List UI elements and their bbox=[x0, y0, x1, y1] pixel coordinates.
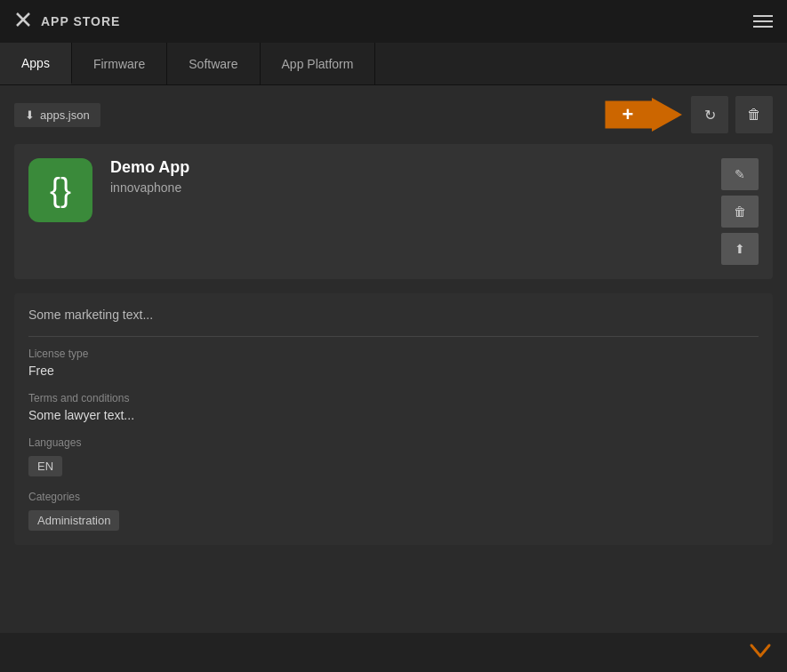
tab-app-platform[interactable]: App Platform bbox=[261, 43, 376, 84]
terms-value: Some lawyer text... bbox=[28, 408, 759, 422]
app-title: APP STORE bbox=[41, 14, 120, 28]
categories-label: Categories bbox=[28, 491, 759, 503]
details-section: Some marketing text... License type Free… bbox=[14, 293, 773, 545]
languages-label: Languages bbox=[28, 436, 759, 449]
license-type-label: License type bbox=[28, 348, 759, 360]
terms-label: Terms and conditions bbox=[28, 392, 759, 404]
upload-button[interactable]: ⬆ bbox=[721, 233, 759, 265]
close-icon[interactable] bbox=[14, 11, 32, 32]
svg-text:+: + bbox=[622, 103, 634, 125]
categories-tags: Administration bbox=[28, 507, 759, 531]
app-name: Demo App bbox=[110, 158, 703, 177]
delete-app-button[interactable]: 🗑 bbox=[721, 196, 759, 228]
app-icon: {} bbox=[28, 158, 92, 222]
apps-json-label: apps.json bbox=[40, 108, 90, 122]
marketing-text: Some marketing text... bbox=[28, 308, 759, 322]
edit-icon: ✎ bbox=[735, 167, 745, 181]
tab-apps[interactable]: Apps bbox=[0, 43, 72, 84]
edit-button[interactable]: ✎ bbox=[721, 158, 759, 190]
refresh-icon: ↻ bbox=[704, 107, 716, 124]
download-icon: ⬇ bbox=[25, 108, 35, 122]
title-bar-left: APP STORE bbox=[14, 11, 120, 32]
trash-icon: 🗑 bbox=[747, 107, 761, 123]
tab-software[interactable]: Software bbox=[167, 43, 260, 84]
divider bbox=[28, 336, 759, 337]
toolbar-right: + ↻ 🗑 bbox=[604, 96, 773, 133]
main-content: {} Demo App innovaphone ✎ 🗑 ⬆ Some marke… bbox=[0, 144, 787, 566]
toolbar: ⬇ apps.json + ↻ 🗑 bbox=[0, 85, 787, 144]
category-tag-administration: Administration bbox=[28, 510, 119, 531]
upload-icon: ⬆ bbox=[735, 242, 745, 256]
tab-firmware[interactable]: Firmware bbox=[72, 43, 167, 84]
hamburger-icon[interactable] bbox=[753, 15, 773, 28]
title-bar: APP STORE bbox=[0, 0, 787, 43]
tabs-bar: Apps Firmware Software App Platform bbox=[0, 43, 787, 85]
chevron-down-button[interactable] bbox=[748, 640, 773, 665]
apps-json-button[interactable]: ⬇ apps.json bbox=[14, 103, 100, 127]
app-actions: ✎ 🗑 ⬆ bbox=[721, 158, 759, 265]
app-vendor: innovaphone bbox=[110, 180, 703, 195]
app-info: Demo App innovaphone bbox=[110, 158, 703, 195]
license-type-value: Free bbox=[28, 364, 759, 378]
app-card: {} Demo App innovaphone ✎ 🗑 ⬆ bbox=[14, 144, 773, 279]
toolbar-left: ⬇ apps.json bbox=[14, 103, 100, 127]
languages-tags: EN bbox=[28, 452, 759, 476]
language-tag-en: EN bbox=[28, 456, 62, 476]
svg-marker-3 bbox=[652, 98, 682, 132]
refresh-button[interactable]: ↻ bbox=[691, 96, 728, 133]
delete-toolbar-button[interactable]: 🗑 bbox=[735, 96, 773, 133]
trash-icon: 🗑 bbox=[734, 204, 746, 219]
bottom-bar bbox=[0, 633, 787, 672]
add-button[interactable]: + bbox=[604, 96, 684, 133]
